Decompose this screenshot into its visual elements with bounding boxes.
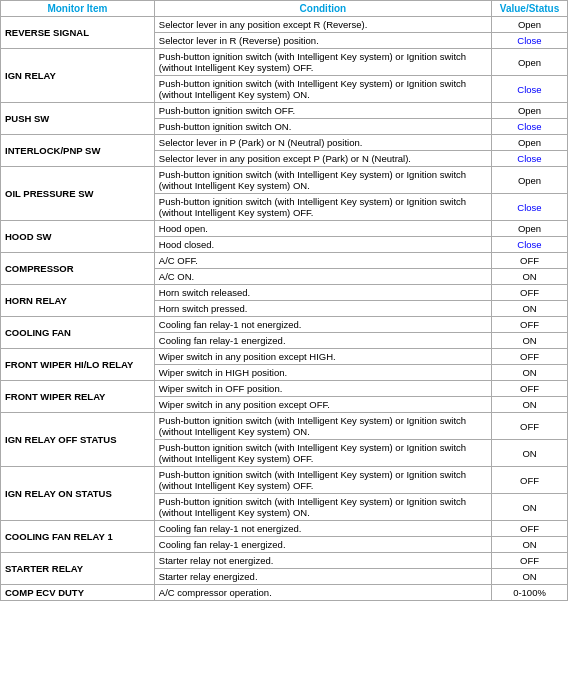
monitor-item-label: OIL PRESSURE SW (1, 167, 155, 221)
table-row: OIL PRESSURE SWPush-button ignition swit… (1, 167, 568, 194)
condition-cell: Wiper switch in any position except HIGH… (154, 349, 491, 365)
monitor-item-label: IGN RELAY (1, 49, 155, 103)
table-row: COOLING FAN RELAY 1Cooling fan relay-1 n… (1, 521, 568, 537)
condition-cell: Push-button ignition switch (with Intell… (154, 194, 491, 221)
value-cell: Close (492, 119, 568, 135)
monitor-item-label: COOLING FAN RELAY 1 (1, 521, 155, 553)
condition-cell: Selector lever in any position except P … (154, 151, 491, 167)
value-cell: ON (492, 269, 568, 285)
value-cell: Open (492, 135, 568, 151)
condition-cell: A/C ON. (154, 269, 491, 285)
condition-cell: Push-button ignition switch (with Intell… (154, 467, 491, 494)
value-cell: Open (492, 167, 568, 194)
value-cell: Close (492, 194, 568, 221)
value-cell: Close (492, 76, 568, 103)
condition-cell: Hood open. (154, 221, 491, 237)
condition-cell: Starter relay not energized. (154, 553, 491, 569)
table-row: IGN RELAYPush-button ignition switch (wi… (1, 49, 568, 76)
header-condition: Condition (154, 1, 491, 17)
monitor-item-label: COMPRESSOR (1, 253, 155, 285)
condition-cell: Push-button ignition switch (with Intell… (154, 167, 491, 194)
value-cell: OFF (492, 553, 568, 569)
condition-cell: Horn switch pressed. (154, 301, 491, 317)
table-row: HOOD SWHood open.Open (1, 221, 568, 237)
condition-cell: Selector lever in any position except R … (154, 17, 491, 33)
value-cell: ON (492, 440, 568, 467)
value-cell: OFF (492, 467, 568, 494)
value-cell: OFF (492, 285, 568, 301)
table-row: FRONT WIPER RELAYWiper switch in OFF pos… (1, 381, 568, 397)
value-cell: 0-100% (492, 585, 568, 601)
table-row: COOLING FANCooling fan relay-1 not energ… (1, 317, 568, 333)
value-cell: OFF (492, 521, 568, 537)
value-cell: Open (492, 221, 568, 237)
monitor-item-label: IGN RELAY OFF STATUS (1, 413, 155, 467)
monitor-item-label: COOLING FAN (1, 317, 155, 349)
value-cell: OFF (492, 381, 568, 397)
table-row: HORN RELAYHorn switch released.OFF (1, 285, 568, 301)
condition-cell: Push-button ignition switch (with Intell… (154, 76, 491, 103)
value-cell: Open (492, 49, 568, 76)
table-row: COMP ECV DUTYA/C compressor operation.0-… (1, 585, 568, 601)
condition-cell: Cooling fan relay-1 energized. (154, 537, 491, 553)
table-row: IGN RELAY OFF STATUSPush-button ignition… (1, 413, 568, 440)
monitor-item-label: REVERSE SIGNAL (1, 17, 155, 49)
monitor-item-label: HOOD SW (1, 221, 155, 253)
table-row: COMPRESSORA/C OFF.OFF (1, 253, 568, 269)
value-cell: Close (492, 237, 568, 253)
value-cell: ON (492, 301, 568, 317)
condition-cell: Horn switch released. (154, 285, 491, 301)
value-cell: Open (492, 17, 568, 33)
table-row: REVERSE SIGNALSelector lever in any posi… (1, 17, 568, 33)
monitor-item-label: IGN RELAY ON STATUS (1, 467, 155, 521)
monitor-table: Monitor Item Condition Value/Status REVE… (0, 0, 568, 601)
table-row: STARTER RELAYStarter relay not energized… (1, 553, 568, 569)
value-cell: ON (492, 397, 568, 413)
table-row: INTERLOCK/PNP SWSelector lever in P (Par… (1, 135, 568, 151)
monitor-item-label: STARTER RELAY (1, 553, 155, 585)
value-cell: Close (492, 151, 568, 167)
condition-cell: A/C compressor operation. (154, 585, 491, 601)
condition-cell: Hood closed. (154, 237, 491, 253)
monitor-item-label: INTERLOCK/PNP SW (1, 135, 155, 167)
condition-cell: Wiper switch in OFF position. (154, 381, 491, 397)
value-cell: Close (492, 33, 568, 49)
monitor-item-label: PUSH SW (1, 103, 155, 135)
condition-cell: Push-button ignition switch (with Intell… (154, 440, 491, 467)
value-cell: ON (492, 365, 568, 381)
monitor-item-label: FRONT WIPER HI/LO RELAY (1, 349, 155, 381)
value-cell: Open (492, 103, 568, 119)
condition-cell: Wiper switch in any position except OFF. (154, 397, 491, 413)
table-row: FRONT WIPER HI/LO RELAYWiper switch in a… (1, 349, 568, 365)
condition-cell: Cooling fan relay-1 not energized. (154, 317, 491, 333)
condition-cell: Starter relay energized. (154, 569, 491, 585)
value-cell: OFF (492, 413, 568, 440)
condition-cell: Push-button ignition switch ON. (154, 119, 491, 135)
value-cell: ON (492, 569, 568, 585)
monitor-item-label: FRONT WIPER RELAY (1, 381, 155, 413)
header-monitor: Monitor Item (1, 1, 155, 17)
header-value: Value/Status (492, 1, 568, 17)
condition-cell: Selector lever in R (Reverse) position. (154, 33, 491, 49)
condition-cell: Push-button ignition switch OFF. (154, 103, 491, 119)
condition-cell: Wiper switch in HIGH position. (154, 365, 491, 381)
condition-cell: Push-button ignition switch (with Intell… (154, 494, 491, 521)
condition-cell: Push-button ignition switch (with Intell… (154, 49, 491, 76)
value-cell: OFF (492, 317, 568, 333)
value-cell: OFF (492, 253, 568, 269)
table-row: PUSH SWPush-button ignition switch OFF.O… (1, 103, 568, 119)
monitor-item-label: COMP ECV DUTY (1, 585, 155, 601)
value-cell: ON (492, 333, 568, 349)
condition-cell: Cooling fan relay-1 not energized. (154, 521, 491, 537)
condition-cell: Push-button ignition switch (with Intell… (154, 413, 491, 440)
condition-cell: A/C OFF. (154, 253, 491, 269)
value-cell: ON (492, 537, 568, 553)
value-cell: ON (492, 494, 568, 521)
condition-cell: Selector lever in P (Park) or N (Neutral… (154, 135, 491, 151)
monitor-item-label: HORN RELAY (1, 285, 155, 317)
value-cell: OFF (492, 349, 568, 365)
table-row: IGN RELAY ON STATUSPush-button ignition … (1, 467, 568, 494)
condition-cell: Cooling fan relay-1 energized. (154, 333, 491, 349)
